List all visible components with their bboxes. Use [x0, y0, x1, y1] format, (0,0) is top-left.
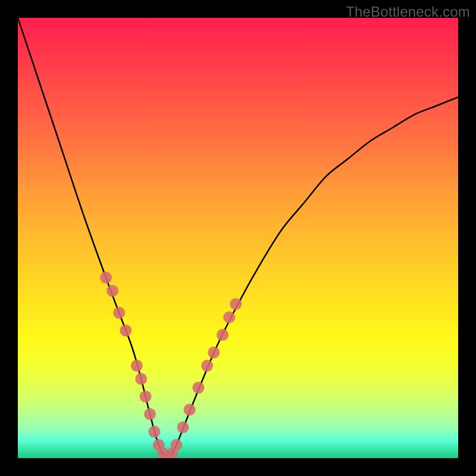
marker-bead: [140, 390, 152, 402]
marker-bead: [184, 404, 196, 416]
marker-bead: [144, 408, 156, 420]
chart-plot-area: [18, 18, 458, 458]
marker-bead: [230, 298, 242, 310]
marker-bead: [135, 373, 147, 385]
marker-bead: [192, 382, 204, 394]
marker-bead: [131, 360, 143, 372]
marker-bead: [113, 307, 125, 319]
marker-bead: [107, 285, 118, 297]
marker-bead: [217, 329, 228, 341]
curve-path: [18, 18, 458, 458]
marker-bead: [201, 360, 213, 372]
marker-bead: [223, 311, 235, 323]
marker-bead: [170, 439, 182, 451]
watermark-text: TheBottleneck.com: [346, 4, 470, 20]
chart-svg: [18, 18, 458, 458]
marker-bead: [148, 426, 160, 438]
marker-bead: [100, 272, 112, 284]
marker-bead: [120, 324, 131, 336]
marker-beads: [100, 272, 242, 458]
chart-frame: TheBottleneck.com: [0, 0, 476, 476]
marker-bead: [208, 346, 220, 358]
marker-bead: [177, 421, 189, 433]
